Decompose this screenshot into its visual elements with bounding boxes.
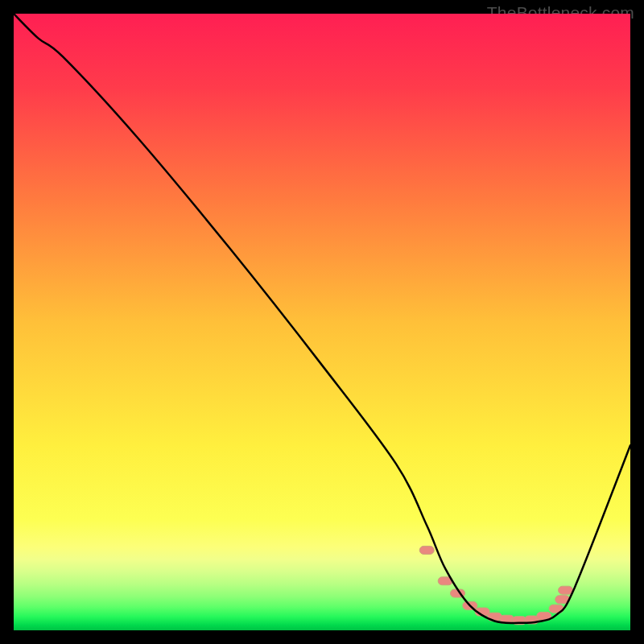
gradient-background [14, 14, 630, 630]
plot-svg [14, 14, 630, 630]
plot-area [14, 14, 630, 630]
chart-frame: TheBottleneck.com [0, 0, 644, 644]
curve-marker [559, 586, 573, 594]
curve-marker [419, 546, 434, 554]
